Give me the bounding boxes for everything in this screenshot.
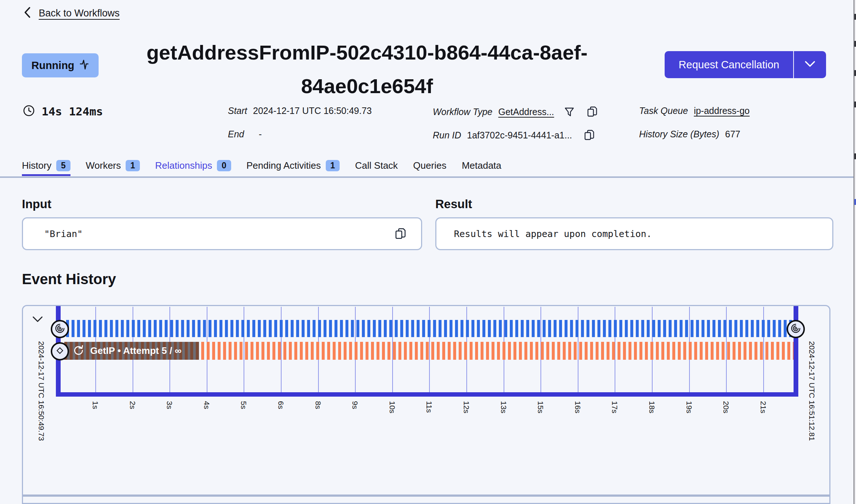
result-value: Results will appear upon completion. — [436, 229, 652, 239]
tab-metadata-label: Metadata — [462, 160, 501, 171]
tab-pending-activities[interactable]: Pending Activities 1 — [247, 160, 340, 176]
timeline-baseline — [56, 392, 798, 397]
history-size-label: History Size (Bytes) — [639, 129, 719, 140]
tab-queries[interactable]: Queries — [413, 160, 446, 176]
request-cancellation-label[interactable]: Request Cancellation — [665, 51, 793, 78]
axis-tick-label: 13s — [499, 401, 508, 413]
axis-tick-label: 12s — [462, 401, 471, 413]
request-cancellation-button[interactable]: Request Cancellation — [665, 51, 826, 78]
axis-tick-label: 11s — [425, 401, 433, 413]
result-heading: Result — [435, 197, 472, 211]
workflow-start-node[interactable] — [51, 320, 69, 338]
retry-icon — [73, 345, 84, 357]
workflow-type-label: Workflow Type — [433, 107, 492, 117]
status-badge: Running — [22, 53, 99, 77]
input-heading: Input — [22, 197, 51, 211]
diamond-icon — [55, 346, 65, 357]
page-title: getAddressFromIP-502c4310-b864-44ca-8aef… — [121, 36, 614, 103]
tab-workers[interactable]: Workers 1 — [86, 160, 140, 176]
axis-tick-label: 9s — [351, 401, 359, 409]
input-box: "Brian" — [22, 217, 422, 250]
timeline-plot: GetIP • Attempt 5 / ∞ 2024-12-17 UTC 16:… — [23, 306, 829, 503]
activity-node[interactable] — [51, 342, 69, 360]
tab-relationships-label: Relationships — [155, 160, 212, 171]
run-id-value: 1af3702c-9451-4441-a1... — [467, 130, 572, 141]
tab-pending-activities-label: Pending Activities — [247, 160, 321, 171]
meta-run-id: Run ID 1af3702c-9451-4441-a1... — [433, 129, 596, 141]
duration-value: 14s 124ms — [42, 105, 103, 118]
start-value: 2024-12-17 UTC 16:50:49.73 — [253, 106, 372, 116]
tabs-divider — [0, 176, 853, 178]
end-label: End — [228, 129, 244, 140]
tab-pending-activities-badge: 1 — [326, 160, 340, 171]
event-history-heading: Event History — [22, 271, 116, 287]
meta-end: End - — [228, 129, 262, 140]
input-value: "Brian" — [23, 229, 83, 239]
timeline-start-timestamp: 2024-12-17 UTC 16:50:49.73 — [37, 341, 46, 441]
meta-workflow-type: Workflow Type GetAddress... — [433, 106, 599, 118]
back-to-workflows-link[interactable]: Back to Workflows — [23, 6, 120, 20]
axis-tick-label: 8s — [314, 401, 322, 409]
tab-relationships-badge: 0 — [217, 160, 231, 171]
axis-tick-label: 19s — [685, 401, 693, 413]
copy-run-id-icon[interactable] — [583, 129, 596, 141]
result-box: Results will appear upon completion. — [435, 217, 833, 250]
axis-tick-label: 5s — [239, 401, 248, 409]
end-value: - — [259, 129, 261, 140]
axis-tick-label: 18s — [647, 401, 656, 413]
activity-label-text: GetIP • Attempt 5 / ∞ — [90, 345, 181, 356]
tab-queries-label: Queries — [413, 160, 446, 171]
axis-tick-label: 4s — [202, 401, 211, 409]
status-label: Running — [31, 60, 74, 72]
timeline-end-timestamp: 2024-12-17 UTC 16:51:12.81 — [807, 341, 816, 441]
activity-label[interactable]: GetIP • Attempt 5 / ∞ — [64, 342, 199, 360]
workflow-execution-bar[interactable] — [66, 320, 794, 337]
run-id-label: Run ID — [433, 130, 461, 141]
axis-tick-label: 20s — [722, 401, 730, 413]
tab-workers-label: Workers — [86, 160, 121, 171]
filter-icon[interactable] — [563, 106, 575, 118]
start-label: Start — [228, 106, 247, 116]
tab-workers-badge: 1 — [126, 160, 140, 171]
chevron-left-icon — [23, 6, 32, 20]
meta-task-queue: Task Queue ip-address-go — [639, 106, 750, 116]
meta-history-size: History Size (Bytes) 677 — [639, 129, 740, 140]
axis-tick-label: 21s — [759, 401, 768, 413]
workflow-detail-page: Back to Workflows Running getAddressFrom… — [0, 0, 856, 504]
copy-workflow-type-icon[interactable] — [586, 106, 599, 118]
axis-tick-label: 6s — [276, 401, 285, 409]
heartbeat-icon — [79, 58, 89, 72]
axis-tick-label: 1s — [91, 401, 100, 409]
spiral-icon — [54, 323, 65, 335]
cancellation-dropdown-toggle[interactable] — [794, 51, 826, 78]
task-queue-label: Task Queue — [639, 106, 688, 116]
duration: 14s 124ms — [23, 104, 103, 118]
tab-history[interactable]: History 5 — [22, 160, 70, 176]
tab-call-stack-label: Call Stack — [355, 160, 398, 171]
clock-icon — [23, 104, 35, 118]
tab-history-badge: 5 — [56, 160, 70, 171]
workflow-end-node[interactable] — [787, 320, 805, 338]
chevron-down-icon — [804, 60, 816, 69]
tab-call-stack[interactable]: Call Stack — [355, 160, 398, 176]
axis-tick-label: 3s — [165, 401, 174, 409]
spiral-icon — [790, 323, 801, 335]
collapse-chevron-icon[interactable] — [32, 316, 43, 324]
axis-tick-label: 2s — [128, 401, 137, 409]
history-size-value: 677 — [725, 129, 740, 140]
tab-bar: History 5 Workers 1 Relationships 0 Pend… — [22, 160, 501, 176]
axis-tick-label: 10s — [388, 401, 397, 413]
workflow-type-link[interactable]: GetAddress... — [498, 107, 554, 117]
axis-tick-label: 17s — [610, 401, 619, 413]
tab-metadata[interactable]: Metadata — [462, 160, 501, 176]
event-history-timeline: GetIP • Attempt 5 / ∞ 2024-12-17 UTC 16:… — [22, 305, 830, 504]
tab-relationships[interactable]: Relationships 0 — [155, 160, 231, 176]
task-queue-link[interactable]: ip-address-go — [694, 106, 750, 116]
window-edge-artifact — [853, 0, 856, 504]
tab-history-label: History — [22, 160, 51, 171]
back-link-label: Back to Workflows — [39, 8, 120, 19]
copy-input-icon[interactable] — [394, 227, 407, 240]
axis-tick-label: 16s — [573, 401, 582, 413]
meta-start: Start 2024-12-17 UTC 16:50:49.73 — [228, 106, 372, 116]
axis-tick-label: 15s — [536, 401, 545, 413]
